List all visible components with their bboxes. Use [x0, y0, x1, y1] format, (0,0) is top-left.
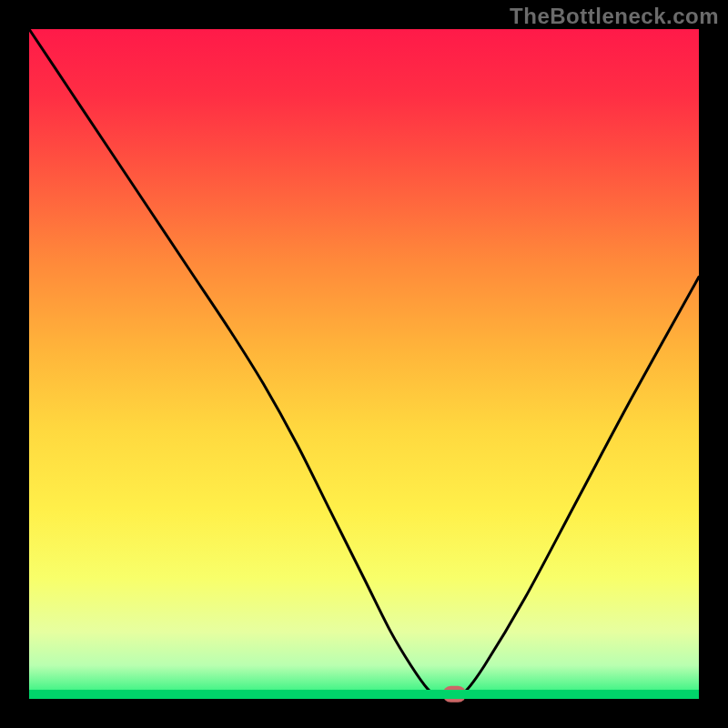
green-baseline	[29, 690, 699, 699]
bottleneck-chart	[0, 0, 728, 728]
plot-background	[29, 29, 699, 699]
chart-container: TheBottleneck.com	[0, 0, 728, 728]
watermark-text: TheBottleneck.com	[510, 4, 719, 29]
